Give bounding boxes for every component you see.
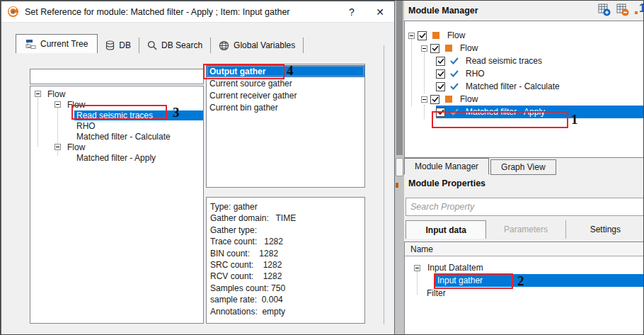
prop-sample-rate: sample rate: 0.004 [210,294,364,305]
mm-item-label: Flow [445,30,467,40]
prop-gather-type: Gather type: [210,225,364,236]
tree-item-flow[interactable]: Flow [30,89,203,99]
numbering-icon[interactable] [634,3,644,16]
input-data-table: Name Input DataItem Input gather Filter [404,242,644,335]
mm-item-rho[interactable]: RHO [405,67,644,80]
tree-item-read-seismic-traces[interactable]: Read seismic traces [30,110,203,120]
mm-item-label: Read seismic traces [464,56,544,66]
flow-icon [444,44,453,52]
manager-view-tabs: Module Manager Graph View [404,158,558,175]
close-button[interactable]: ✕ [366,1,394,23]
tree-item-matched-filter-apply[interactable]: Matched filter - Apply [30,152,203,163]
tree-item-label: Matched filter - Apply [74,153,158,163]
checkbox-checked-icon[interactable] [418,31,427,40]
module-manager-tree: Flow Flow Read seismic traces [404,21,644,158]
globe-icon [219,40,229,51]
tab-global-variables[interactable]: Global Variables [211,38,304,53]
tab-db-search[interactable]: DB Search [139,38,211,53]
module-check-icon [450,69,459,78]
list-item-label: Output gather [209,67,265,76]
mm-item-flow[interactable]: Flow [405,93,644,106]
scrollbar-marker [396,183,398,188]
np-item-input-dataitem[interactable]: Input DataItem [405,261,644,274]
screenshot-root: Set Reference for module: Matched filter… [0,0,644,335]
checkbox-checked-icon[interactable] [436,57,445,66]
tree-guide [424,105,425,119]
tab-current-tree[interactable]: Current Tree [16,34,98,53]
np-item-label: Filter [424,288,449,298]
mm-item-flow[interactable]: Flow [405,29,644,42]
background-scrollbar[interactable] [395,1,404,335]
tree-item-label: Flow [45,89,67,99]
checkbox-checked-icon[interactable] [436,108,445,117]
list-item-current-bin-gather[interactable]: Current bin gather [207,101,364,113]
scrollbar-thumb[interactable] [396,158,403,176]
tree-item-flow[interactable]: Flow [30,142,203,152]
mm-item-matched-filter-calculate[interactable]: Matched filter - Calculate [405,80,644,93]
tab-input-data[interactable]: Input data [406,220,486,239]
module-properties-title: Module Properties [408,178,485,188]
mm-item-read-seismic-traces[interactable]: Read seismic traces [405,55,644,67]
collapse-icon[interactable] [421,96,427,103]
tree-item-label: Matched filter - Calculate [74,132,173,142]
module-manager-title: Module Manager [408,6,478,16]
np-item-filter[interactable]: Filter [405,287,644,300]
checkbox-checked-icon[interactable] [430,44,439,53]
tree-guide [411,35,412,106]
tab-db[interactable]: DB [98,38,139,53]
gather-list: Output gather Current source gather Curr… [206,64,365,188]
mm-item-flow[interactable]: Flow [405,42,644,55]
flow-icon [432,31,440,40]
prop-trace-count: Trace count: 1282 [210,236,364,247]
name-column-header[interactable]: Name [405,242,644,256]
prop-gather-domain: Gather domain: TIME [210,212,364,224]
tab-parameters: Parameters [486,220,565,239]
tree-guide [38,96,38,147]
collapse-icon[interactable] [414,265,420,271]
list-item-output-gather[interactable]: Output gather [207,65,364,77]
tree-item-rho[interactable]: RHO [30,120,203,131]
collapse-icon[interactable] [408,33,415,39]
tree-icon [25,39,36,49]
mm-item-label: Matched filter - Calculate [464,81,562,91]
tab-settings[interactable]: Settings [566,220,644,239]
remove-module-icon[interactable] [616,3,629,16]
property-tabs: Input data Parameters Settings [406,220,644,239]
checkbox-checked-icon[interactable] [436,82,445,91]
collapse-icon[interactable] [54,144,61,150]
np-item-label: Input DataItem [425,263,486,273]
set-reference-dialog: Set Reference for module: Matched filter… [1,1,395,335]
flow-icon [444,95,453,103]
tree-item-flow[interactable]: Flow [30,99,203,110]
np-item-label: Input gather [435,276,485,285]
add-module-icon[interactable] [597,3,611,16]
mm-item-matched-filter-apply[interactable]: Matched filter - Apply [405,106,644,118]
tree-item-label: RHO [74,121,98,131]
prop-type: Type: gather [210,201,364,212]
tab-label: Current Tree [40,39,88,49]
checkbox-checked-icon[interactable] [436,69,445,79]
tab-module-manager[interactable]: Module Manager [404,158,489,175]
tree-item-matched-filter-calculate[interactable]: Matched filter - Calculate [30,131,203,142]
collapse-icon[interactable] [54,101,61,108]
tree-guide [424,48,425,93]
list-item-current-source-gather[interactable]: Current source gather [207,77,364,89]
mm-item-label: Matched filter - Apply [464,107,547,117]
search-property-input[interactable] [406,198,644,216]
gather-properties-panel: Type: gather Gather domain: TIME Gather … [206,197,365,324]
list-item-label: Current bin gather [209,103,278,113]
module-check-icon [450,82,459,91]
tree-item-label: Flow [65,100,87,110]
np-item-input-gather[interactable]: Input gather [405,274,644,287]
app-logo-icon [7,6,19,18]
tree-filter-input[interactable] [30,69,204,84]
collapse-icon[interactable] [35,91,41,97]
list-item-current-receiver-gather[interactable]: Current receiver gather [207,89,364,101]
prop-src-count: SRC count: 1282 [210,259,364,271]
collapse-icon[interactable] [421,45,427,52]
help-button[interactable]: ? [338,1,366,23]
checkbox-checked-icon[interactable] [430,95,439,104]
prop-samples-count: Samples count: 750 [210,283,364,294]
tab-graph-view[interactable]: Graph View [490,159,556,175]
current-tree-panel: Flow Flow Read seismic traces RHO Matche… [30,86,204,324]
